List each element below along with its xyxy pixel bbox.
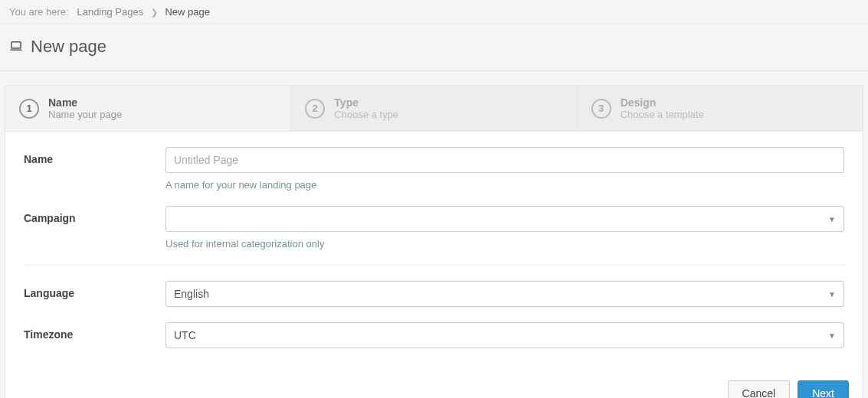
breadcrumb: You are here: Landing Pages ❯ New page [0, 0, 868, 24]
label-language: Language [24, 281, 165, 299]
step-design[interactable]: 3 Design Choose a template [578, 86, 863, 131]
campaign-help-text: Used for internal categorization only [165, 238, 844, 250]
wizard-steps: 1 Name Name your page 2 Type Choose a ty… [5, 86, 863, 132]
step-number-icon: 2 [305, 99, 325, 119]
step-number-icon: 1 [19, 99, 39, 119]
name-help-text: A name for your new landing page [165, 179, 844, 191]
caret-down-icon: ▼ [828, 215, 836, 223]
page-header: New page [0, 24, 868, 71]
page-title: New page [31, 37, 106, 57]
breadcrumb-current: New page [165, 6, 210, 18]
breadcrumb-link-landing-pages[interactable]: Landing Pages [77, 6, 143, 18]
timezone-value: UTC [174, 329, 196, 341]
step-subtitle: Choose a template [621, 109, 704, 120]
wizard-panel: 1 Name Name your page 2 Type Choose a ty… [5, 85, 863, 398]
caret-down-icon: ▼ [828, 331, 836, 340]
label-campaign: Campaign [24, 206, 165, 224]
name-input[interactable] [165, 147, 844, 173]
step-subtitle: Choose a type [334, 109, 398, 120]
step-title: Design [621, 96, 704, 109]
step-title: Name [48, 96, 122, 109]
laptop-icon [9, 39, 23, 55]
breadcrumb-prefix: You are here: [9, 6, 69, 18]
step-title: Type [334, 96, 398, 109]
timezone-select[interactable]: UTC ▼ [165, 322, 844, 348]
wizard-footer: Cancel Next [5, 370, 863, 398]
cancel-button[interactable]: Cancel [728, 380, 791, 398]
label-name: Name [24, 147, 165, 165]
chevron-right-icon: ❯ [151, 8, 158, 17]
language-select[interactable]: English ▼ [165, 281, 844, 307]
caret-down-icon: ▼ [828, 290, 836, 298]
divider [24, 265, 844, 266]
next-button[interactable]: Next [798, 380, 849, 398]
campaign-select[interactable]: ▼ [165, 206, 844, 232]
language-value: English [174, 288, 209, 300]
svg-rect-0 [11, 41, 21, 47]
label-timezone: Timezone [24, 322, 165, 341]
step-subtitle: Name your page [48, 109, 122, 120]
step-name[interactable]: 1 Name Name your page [5, 86, 291, 131]
step-number-icon: 3 [591, 99, 611, 119]
step-type[interactable]: 2 Type Choose a type [291, 86, 577, 131]
